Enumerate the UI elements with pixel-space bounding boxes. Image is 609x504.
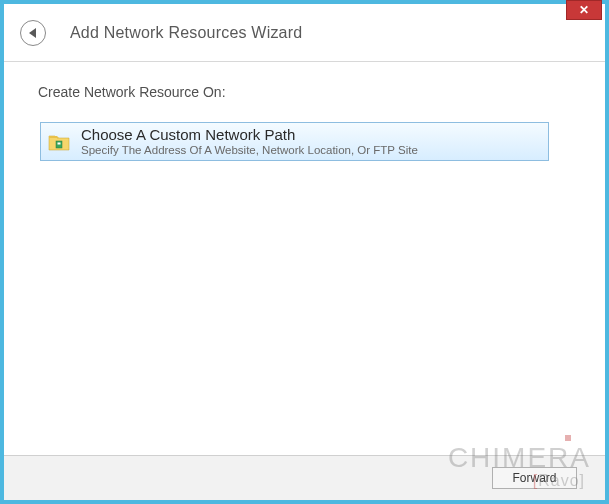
forward-button[interactable]: Forward bbox=[492, 467, 577, 489]
back-button[interactable] bbox=[20, 20, 46, 46]
section-label: Create Network Resource On: bbox=[38, 84, 571, 100]
option-title: Choose A Custom Network Path bbox=[81, 126, 418, 144]
option-description: Specify The Address Of A Website, Networ… bbox=[81, 144, 418, 158]
close-button[interactable]: ✕ bbox=[566, 0, 602, 20]
window-title: Add Network Resources Wizard bbox=[70, 24, 302, 42]
wizard-window: Add Network Resources Wizard Create Netw… bbox=[4, 4, 605, 500]
content-area: Create Network Resource On: Choose A Cus… bbox=[4, 62, 605, 455]
option-custom-network-path[interactable]: Choose A Custom Network Path Specify The… bbox=[40, 122, 549, 161]
back-arrow-icon bbox=[29, 28, 36, 38]
close-icon: ✕ bbox=[579, 3, 589, 17]
option-text: Choose A Custom Network Path Specify The… bbox=[81, 126, 418, 158]
footer: Forward bbox=[4, 455, 605, 500]
header: Add Network Resources Wizard bbox=[4, 4, 605, 62]
svg-rect-1 bbox=[58, 142, 61, 144]
folder-network-icon bbox=[47, 130, 71, 154]
